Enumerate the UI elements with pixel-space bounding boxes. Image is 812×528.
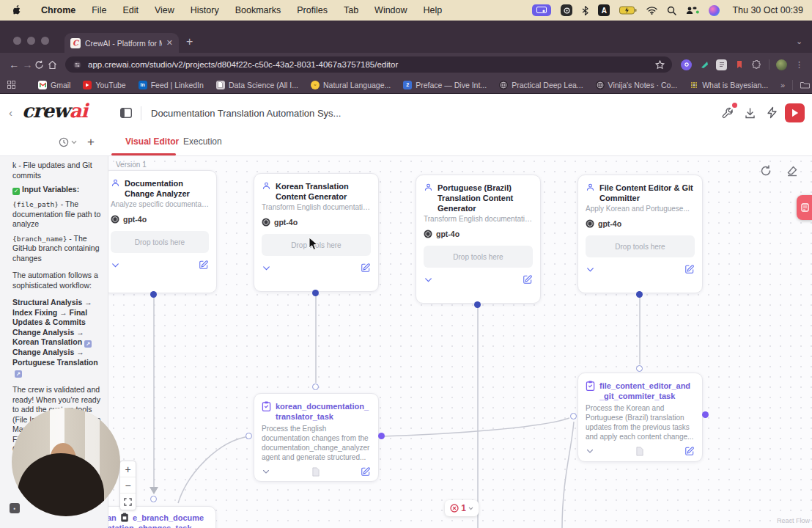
bluetooth-icon[interactable] [582, 6, 588, 15]
window-close-button[interactable] [13, 37, 21, 45]
browser-tab[interactable]: C CrewAI - Platform for Multi A ✕ [64, 33, 179, 53]
handle-target[interactable] [636, 365, 643, 372]
handle-source-task[interactable] [378, 433, 385, 439]
agent-card-portuguese-translator[interactable]: Portuguese (Brazil) Translation Content … [416, 175, 541, 304]
site-settings-icon[interactable] [73, 61, 82, 69]
edit-task-icon[interactable] [684, 446, 695, 456]
edit-agent-icon[interactable] [361, 263, 371, 273]
bookmark-preface[interactable]: 2 Preface — Dive Int... [403, 81, 487, 89]
apple-logo-icon[interactable] [13, 5, 23, 16]
tools-wrench-icon[interactable] [721, 107, 734, 120]
input-source-icon[interactable]: A [598, 4, 610, 16]
tab-search-icon[interactable]: ⌄ [796, 37, 802, 46]
version-history-control[interactable] [59, 137, 77, 147]
wifi-icon[interactable] [646, 7, 657, 15]
visual-editor-canvas[interactable]: Version 1 Documentation Change Analyzer … [108, 156, 812, 528]
handle-source-task[interactable] [702, 411, 709, 418]
address-bar[interactable]: app.crewai.com/studio/v2/projects/d804f2… [65, 56, 672, 73]
battery-icon[interactable] [619, 6, 637, 15]
menu-window[interactable]: Window [366, 5, 415, 15]
menu-view[interactable]: View [147, 5, 182, 15]
bookmark-linkedin[interactable]: in Feed | LinkedIn [139, 81, 204, 89]
handle-target[interactable] [150, 496, 157, 502]
tab-execution[interactable]: Execution [183, 136, 222, 147]
reload-icon[interactable] [34, 60, 48, 70]
zoom-in-button[interactable]: + [120, 461, 136, 477]
error-count-badge[interactable]: 1 [445, 500, 479, 516]
new-tab-button[interactable]: + [186, 35, 193, 48]
edit-agent-icon[interactable] [199, 260, 209, 270]
expand-chevron-icon[interactable] [262, 263, 271, 273]
extension-icon-2[interactable] [698, 59, 709, 70]
output-file-icon[interactable] [311, 467, 320, 477]
bookmarks-overflow-icon[interactable]: » [780, 81, 785, 89]
edit-agent-icon[interactable] [523, 274, 533, 285]
extension-icon-1[interactable] [681, 59, 692, 70]
menubar-clock[interactable]: Thu 30 Oct 00:39 [732, 5, 803, 15]
bookmark-natural-language[interactable]: ᵕ Natural Language... [311, 81, 391, 89]
expand-chevron-icon[interactable] [586, 265, 595, 274]
eraser-icon[interactable] [786, 165, 798, 177]
screen-mirroring-icon[interactable] [532, 4, 551, 16]
edit-task-icon[interactable] [361, 466, 371, 477]
window-minimize-button[interactable] [27, 37, 35, 45]
menu-edit[interactable]: Edit [114, 5, 147, 15]
handle-target[interactable] [312, 384, 319, 390]
bookmark-practical-dl[interactable]: Practical Deep Lea... [499, 81, 583, 89]
menu-help[interactable]: Help [416, 5, 451, 15]
bookmark-vinijas-notes[interactable]: Vinija's Notes · Co... [596, 81, 678, 89]
tab-close-icon[interactable]: ✕ [166, 38, 173, 48]
handle-source[interactable] [636, 291, 643, 298]
bookmark-data-science[interactable]: Data Science (All I... [216, 81, 298, 89]
back-icon[interactable]: ← [7, 59, 21, 70]
forward-icon[interactable]: → [21, 59, 34, 70]
task-card-korean-translator-task[interactable]: korean_documentation_translator_task Pro… [254, 393, 379, 482]
agent-card-korean-translator[interactable]: Korean Translation Content Generator Tra… [254, 173, 379, 292]
sidebar-toggle-icon[interactable] [120, 108, 132, 118]
edit-agent-icon[interactable] [684, 264, 695, 274]
menu-tab[interactable]: Tab [336, 5, 366, 15]
menu-bookmarks[interactable]: Bookmarks [227, 5, 289, 15]
extension-icon-3[interactable] [716, 59, 727, 70]
reset-view-icon[interactable] [760, 165, 772, 177]
corner-widget-icon[interactable]: ▪ [10, 503, 20, 513]
menu-profiles[interactable]: Profiles [289, 5, 336, 15]
handle-source[interactable] [150, 291, 157, 298]
drop-tools-zone[interactable]: Drop tools here [586, 235, 695, 257]
menu-chrome[interactable]: Chrome [33, 5, 84, 15]
handle-source[interactable] [312, 290, 319, 296]
fast-user-switch-icon[interactable] [686, 6, 699, 15]
zap-icon[interactable] [766, 106, 778, 119]
handle-target[interactable] [570, 413, 577, 419]
drop-tools-zone[interactable]: Drop tools here [424, 246, 533, 268]
tab-visual-editor[interactable]: Visual Editor [125, 136, 179, 147]
floating-panel-tab[interactable] [797, 195, 812, 220]
crewai-logo[interactable]: crewai [22, 100, 87, 122]
siri-icon[interactable] [709, 5, 720, 16]
agent-card-file-editor-committer[interactable]: File Content Editor & Git Committer Appl… [577, 175, 703, 293]
apps-grid-icon[interactable] [7, 81, 15, 89]
extension-icon-4[interactable] [734, 59, 745, 70]
menu-file[interactable]: File [84, 5, 114, 15]
browser-menu-icon[interactable]: ⋮ [794, 59, 805, 70]
window-controls[interactable] [13, 37, 49, 45]
drop-tools-zone[interactable]: Drop tools here [111, 231, 209, 253]
expand-chevron-icon[interactable] [111, 260, 120, 270]
download-icon[interactable] [744, 107, 756, 120]
expand-chevron-icon[interactable] [262, 467, 270, 476]
extensions-puzzle-icon[interactable] [751, 59, 762, 70]
react-flow-attribution[interactable]: React Flow [777, 517, 810, 524]
bookmark-gmail[interactable]: Gmail [38, 81, 70, 89]
all-bookmarks[interactable]: All Bookmarks [800, 81, 812, 89]
run-button[interactable] [785, 103, 805, 122]
fit-view-button[interactable] [120, 494, 136, 510]
zoom-out-button[interactable]: − [120, 477, 136, 494]
handle-source[interactable] [474, 301, 481, 308]
profile-avatar[interactable] [776, 59, 787, 70]
home-icon[interactable] [48, 60, 61, 70]
menu-history[interactable]: History [182, 5, 227, 15]
task-card-file-editor-committer-task[interactable]: file_content_editor_and_git_commiter_tas… [577, 373, 703, 462]
back-chevron-icon[interactable]: ‹ [9, 106, 12, 119]
handle-target[interactable] [246, 433, 252, 439]
window-zoom-button[interactable] [41, 37, 49, 45]
